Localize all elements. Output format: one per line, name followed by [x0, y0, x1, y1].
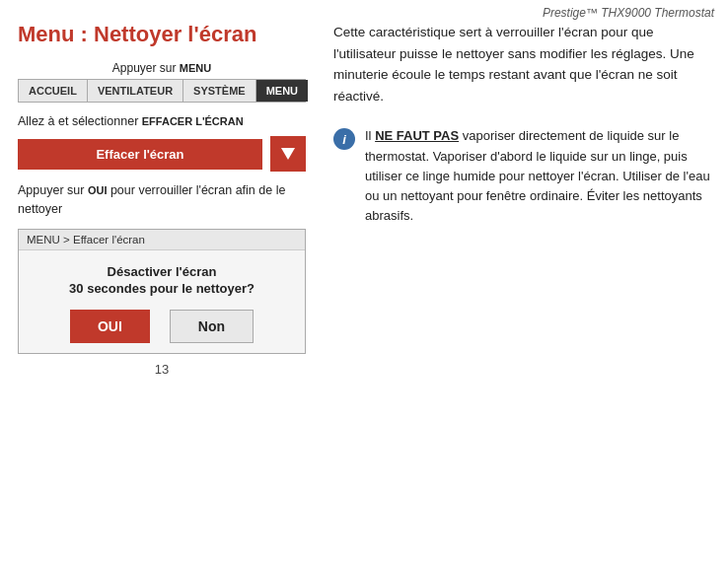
page-title: Menu : Nettoyer l'écran	[18, 22, 306, 47]
effacer-row: Effacer l'écran	[18, 136, 306, 172]
oui-button[interactable]: OUI	[70, 310, 150, 343]
left-column: Menu : Nettoyer l'écran Appuyer sur MENU…	[18, 22, 324, 377]
page-header: Prestige™ THX9000 Thermostat	[0, 0, 728, 20]
select-effacer-label: Allez à et sélectionner EFFACER L'ÉCRAN	[18, 114, 306, 128]
screen-simulation: MENU > Effacer l'écran Désactiver l'écra…	[18, 229, 306, 354]
ne-faut-pas-text: NE FAUT PAS	[375, 128, 459, 143]
screen-breadcrumb: MENU > Effacer l'écran	[19, 230, 305, 250]
info-text: Il NE FAUT PAS vaporiser directement de …	[365, 126, 710, 226]
appuyer-oui-label: Appuyer sur OUI pour verrouiller l'écran…	[18, 181, 306, 219]
header-title: Prestige™ THX9000 Thermostat	[543, 6, 714, 20]
screen-buttons: OUI Non	[48, 310, 275, 343]
non-button[interactable]: Non	[170, 310, 254, 343]
disable-label: Désactiver l'écran	[48, 264, 275, 279]
nav-item-menu[interactable]: MENU	[256, 80, 308, 102]
page-number: 13	[18, 362, 306, 377]
nav-item-systeme[interactable]: SYSTÈME	[183, 80, 256, 102]
nav-item-accueil[interactable]: ACCUEIL	[19, 80, 88, 102]
info-box: i Il NE FAUT PAS vaporiser directement d…	[333, 126, 710, 226]
nav-bar: ACCUEIL VENTILATEUR SYSTÈME MENU	[18, 79, 306, 103]
svg-marker-0	[281, 148, 295, 160]
seconds-label: 30 secondes pour le nettoyer?	[48, 281, 275, 296]
info-icon: i	[333, 128, 355, 150]
appuyer-sur-menu-label: Appuyer sur MENU	[18, 61, 306, 75]
right-column: Cette caractéristique sert à verrouiller…	[324, 22, 710, 377]
right-description: Cette caractéristique sert à verrouiller…	[333, 22, 710, 106]
arrow-down-icon	[270, 136, 306, 172]
nav-item-ventilateur[interactable]: VENTILATEUR	[88, 80, 183, 102]
effacer-button[interactable]: Effacer l'écran	[18, 139, 262, 170]
